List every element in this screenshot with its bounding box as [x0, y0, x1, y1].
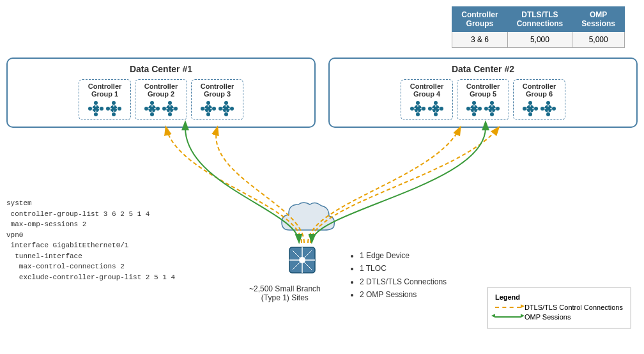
node-icon — [484, 100, 500, 117]
cg3-label: ControllerGroup 3 — [195, 82, 239, 98]
svg-point-2 — [94, 112, 98, 116]
svg-point-3 — [88, 107, 92, 111]
bullet-3: 2 DTLS/TLS Connections — [360, 275, 447, 288]
cg6-label: ControllerGroup 6 — [518, 82, 561, 98]
svg-point-65 — [434, 112, 438, 116]
svg-point-47 — [224, 112, 228, 116]
site-label-text: ~2,500 Small Branch(Type 1) Sites — [249, 284, 321, 302]
node-icon — [466, 100, 482, 117]
node-icon — [522, 100, 539, 117]
svg-point-76 — [478, 107, 482, 111]
svg-point-48 — [218, 107, 222, 111]
svg-point-94 — [534, 107, 538, 111]
node-icon — [162, 100, 178, 117]
legend-dtls-line — [495, 307, 521, 309]
svg-point-66 — [428, 107, 432, 111]
legend-dtls-label: DTLS/TLS Control Connections — [525, 304, 623, 311]
svg-point-93 — [523, 107, 526, 111]
svg-point-84 — [484, 107, 488, 111]
site-label: ~2,500 Small Branch(Type 1) Sites — [249, 284, 321, 302]
svg-point-67 — [440, 107, 443, 111]
svg-point-102 — [540, 107, 544, 111]
bullet-4: 2 OMP Sessions — [360, 288, 447, 301]
bullet-1: 1 Edge Device — [360, 249, 447, 262]
cg3-box: ControllerGroup 3 — [191, 79, 243, 120]
svg-point-1 — [94, 101, 98, 105]
col-header-omp: OMPSessions — [572, 7, 625, 32]
cg5-label: ControllerGroup 5 — [461, 82, 505, 98]
cloud-icon — [278, 198, 335, 242]
svg-point-19 — [150, 101, 154, 105]
cg2-box: ControllerGroup 2 — [135, 79, 187, 120]
cg3-icons — [195, 100, 239, 117]
svg-point-13 — [118, 107, 121, 111]
info-table: ControllerGroups DTLS/TLSConnections OMP… — [452, 6, 625, 48]
col-header-dtls: DTLS/TLSConnections — [507, 7, 572, 32]
svg-point-113 — [299, 257, 305, 263]
svg-point-73 — [472, 101, 476, 105]
svg-point-39 — [201, 107, 204, 111]
node-icon — [105, 100, 122, 117]
edge-device — [286, 244, 318, 278]
legend-omp-line — [495, 316, 521, 318]
legend-omp-label: OMP Sessions — [525, 313, 571, 321]
svg-point-56 — [416, 112, 420, 116]
legend-title: Legend — [495, 293, 623, 301]
dc1-title: Data Center #1 — [14, 64, 308, 74]
svg-point-10 — [112, 101, 116, 105]
row-groups: 3 & 6 — [452, 32, 507, 48]
cg5-box: ControllerGroup 5 — [457, 79, 509, 120]
cg1-box: ControllerGroup 1 — [79, 79, 131, 120]
svg-point-40 — [212, 107, 216, 111]
svg-point-30 — [162, 107, 166, 111]
dc2-groups: ControllerGroup 4 — [336, 79, 630, 120]
cg2-label: ControllerGroup 2 — [139, 82, 183, 98]
svg-point-12 — [106, 107, 110, 111]
svg-point-57 — [410, 107, 414, 111]
svg-point-82 — [490, 101, 494, 105]
svg-point-11 — [112, 112, 116, 116]
dc2-box: Data Center #2 ControllerGroup 4 — [328, 58, 638, 128]
svg-point-29 — [168, 112, 172, 116]
node-icon — [410, 100, 426, 117]
code-block: system controller-group-list 3 6 2 5 1 4… — [6, 198, 175, 282]
cg6-icons — [518, 100, 561, 117]
svg-point-21 — [144, 107, 148, 111]
svg-point-103 — [552, 107, 556, 111]
svg-point-83 — [490, 112, 494, 116]
svg-point-22 — [156, 107, 160, 111]
legend-omp-item: OMP Sessions — [495, 313, 623, 321]
omp-arrow-dc2 — [312, 128, 486, 242]
node-icon — [540, 100, 556, 117]
node-icon — [218, 100, 234, 117]
dc2-title: Data Center #2 — [336, 64, 630, 74]
dc-container: Data Center #1 ControllerGroup 1 — [6, 58, 638, 128]
svg-point-4 — [100, 107, 103, 111]
svg-point-20 — [150, 112, 154, 116]
cg2-icons — [139, 100, 183, 117]
svg-point-75 — [466, 107, 470, 111]
svg-point-46 — [224, 101, 228, 105]
svg-point-38 — [206, 112, 210, 116]
svg-point-37 — [206, 101, 210, 105]
svg-point-85 — [496, 107, 500, 111]
svg-point-64 — [434, 101, 438, 105]
cg1-label: ControllerGroup 1 — [83, 82, 126, 98]
node-icon — [200, 100, 217, 117]
dc1-groups: ControllerGroup 1 — [14, 79, 308, 120]
row-omp: 5,000 — [572, 32, 625, 48]
svg-point-92 — [528, 112, 532, 116]
svg-point-100 — [546, 101, 550, 105]
legend-dtls-item: DTLS/TLS Control Connections — [495, 304, 623, 311]
cg4-box: ControllerGroup 4 — [401, 79, 453, 120]
col-header-groups: ControllerGroups — [452, 7, 507, 32]
bullet-2: 1 TLOC — [360, 262, 447, 275]
bullet-list: 1 Edge Device 1 TLOC 2 DTLS/TLS Connecti… — [348, 249, 447, 302]
svg-point-55 — [416, 101, 420, 105]
cg5-icons — [461, 100, 505, 117]
node-icon — [427, 100, 444, 117]
cg1-icons — [83, 100, 126, 117]
legend-box: Legend DTLS/TLS Control Connections OMP … — [487, 288, 631, 328]
cg6-box: ControllerGroup 6 — [513, 79, 565, 120]
svg-point-91 — [528, 101, 532, 105]
